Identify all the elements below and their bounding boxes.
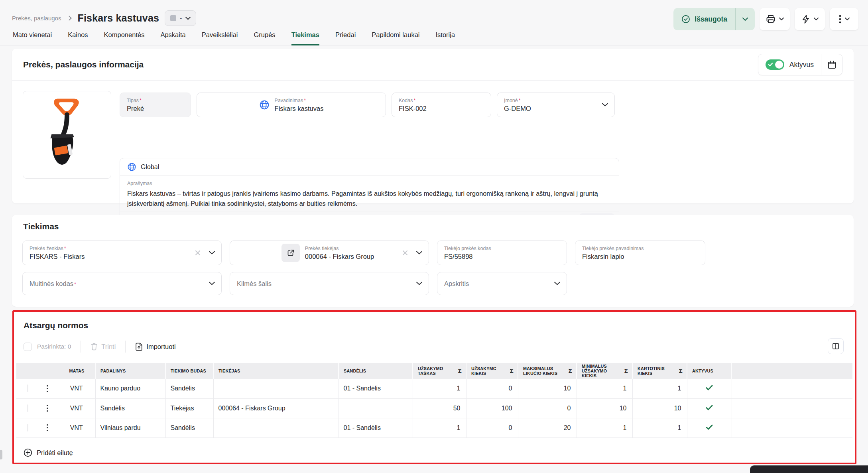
breadcrumb-parent-link[interactable]: Prekės, paslaugos <box>12 15 61 22</box>
cell-taskas[interactable]: 1 <box>413 418 466 438</box>
automation-button[interactable] <box>795 8 825 30</box>
cell-min[interactable]: 1 <box>577 379 632 398</box>
tab-komponentes[interactable]: Komponentės <box>104 31 145 45</box>
cell-matas[interactable]: VNT <box>58 398 95 418</box>
clear-brand-icon[interactable] <box>195 250 201 256</box>
cell-maks[interactable]: 20 <box>518 418 577 438</box>
cell-min[interactable]: 1 <box>577 418 632 438</box>
table-row: VNT Sandėlis Tiekėjas 000064 - Fiskars G… <box>16 398 852 418</box>
chevron-down-icon <box>209 251 215 255</box>
tab-papildomi-laukai[interactable]: Papildomi laukai <box>372 31 419 45</box>
row-menu-icon[interactable] <box>44 385 51 392</box>
row-menu-icon[interactable] <box>44 405 51 412</box>
cell-tiekejas[interactable]: 000064 - Fiskars Group <box>213 398 339 418</box>
cell-budas[interactable]: Sandėlis <box>165 379 213 398</box>
print-button[interactable] <box>760 8 790 30</box>
tab-priedai[interactable]: Priedai <box>335 31 356 45</box>
active-toggle[interactable]: Aktyvus <box>758 54 821 75</box>
cell-sandelis[interactable] <box>339 398 413 418</box>
row-checkbox[interactable] <box>28 404 28 412</box>
cell-matas[interactable]: VNT <box>58 379 95 398</box>
tab-istorija[interactable]: Istorija <box>435 31 455 45</box>
brand-label: Prekės ženklas <box>30 246 63 251</box>
supplier-value: 000064 - Fiskars Group <box>305 253 374 260</box>
stock-toolbar: Pasirinkta: 0 Trinti Importuoti <box>24 338 845 355</box>
cell-filler <box>732 398 852 418</box>
aprasymas-text: Fiskars kastuvas – tvirtas ir patogus įr… <box>127 189 612 209</box>
more-actions-button[interactable] <box>830 8 858 30</box>
district-select[interactable]: Apskritis <box>437 272 567 295</box>
cell-sandelis[interactable]: 01 - Sandėlis <box>339 418 413 438</box>
column-settings-button[interactable] <box>828 338 844 354</box>
row-checkbox[interactable] <box>28 424 28 432</box>
tab-paveiksleliai[interactable]: Paveikslėliai <box>202 31 238 45</box>
cell-padalinys[interactable]: Sandėlis <box>95 398 165 418</box>
cell-kartotinis[interactable]: 1 <box>632 379 687 398</box>
cell-min[interactable]: 10 <box>577 398 632 418</box>
tab-tiekimas[interactable]: Tiekimas <box>291 31 319 45</box>
kebab-menu-icon <box>839 14 841 24</box>
cell-kartotinis[interactable]: 1 <box>632 418 687 438</box>
header-uzsakymo-kiekis: UŽSAKYMC KIEKISΣ <box>466 363 518 379</box>
supplier-name-field[interactable]: Tiekėjo prekės pavadinimas Fiskarsin lap… <box>575 240 705 265</box>
calendar-icon <box>827 60 837 69</box>
cell-maks[interactable]: 0 <box>518 398 577 418</box>
cell-kiekis[interactable]: 0 <box>466 418 518 438</box>
cell-budas[interactable]: Tiekėjas <box>165 398 213 418</box>
select-all-checkbox[interactable] <box>24 343 32 351</box>
cell-aktyvus[interactable] <box>687 398 732 418</box>
saved-dropdown-toggle[interactable] <box>736 8 755 30</box>
sigma-icon: Σ <box>569 369 572 373</box>
cell-sandelis[interactable]: 01 - Sandėlis <box>339 379 413 398</box>
imone-select[interactable]: Įmonė* G-DEMO <box>497 93 615 117</box>
aprasymas-label: Aprašymas <box>127 181 152 186</box>
cell-taskas[interactable]: 50 <box>413 398 466 418</box>
cell-matas[interactable]: VNT <box>58 418 95 438</box>
cell-kiekis[interactable]: 100 <box>466 398 518 418</box>
cell-budas[interactable]: Sandėlis <box>165 418 213 438</box>
cell-aktyvus[interactable] <box>687 418 732 438</box>
tab-kainos[interactable]: Kainos <box>68 31 88 45</box>
brand-select[interactable]: Prekės ženklas* FISKARS - Fiskars <box>22 240 222 265</box>
active-toggle-label: Aktyvus <box>789 61 814 69</box>
row-menu-icon[interactable] <box>44 424 51 432</box>
import-button[interactable]: Importuoti <box>135 343 175 351</box>
cell-tiekejas[interactable] <box>213 418 339 438</box>
row-checkbox[interactable] <box>28 384 28 392</box>
supplier-select[interactable]: Prekės tiekėjas 000064 - Fiskars Group <box>230 240 429 265</box>
color-variant-dropdown[interactable]: - <box>165 10 196 26</box>
tab-apskaita[interactable]: Apskaita <box>160 31 185 45</box>
cell-padalinys[interactable]: Vilniaus pardu <box>95 418 165 438</box>
chevron-down-icon <box>416 251 422 255</box>
tab-grupes[interactable]: Grupės <box>254 31 276 45</box>
table-row: VNT Vilniaus pardu Sandėlis 01 - Sandėli… <box>16 418 852 438</box>
delete-button[interactable]: Trinti <box>91 343 116 351</box>
description-textarea[interactable]: Aprašymas Fiskars kastuvas – tvirtas ir … <box>120 176 619 211</box>
cell-taskas[interactable]: 1 <box>413 379 466 398</box>
required-mark: * <box>519 98 521 103</box>
schedule-calendar-button[interactable] <box>821 54 842 75</box>
cell-kartotinis[interactable]: 10 <box>632 398 687 418</box>
page-title: Fiskars kastuvas <box>77 12 159 24</box>
tab-mato-vienetai[interactable]: Mato vienetai <box>13 31 52 45</box>
tipas-field[interactable]: Tipas* Prekė <box>120 93 191 117</box>
kodas-field[interactable]: Kodas* FISK-002 <box>392 93 491 117</box>
cell-padalinys[interactable]: Kauno parduo <box>95 379 165 398</box>
cell-tiekejas[interactable] <box>213 379 339 398</box>
cell-aktyvus[interactable] <box>687 379 732 398</box>
origin-country-select[interactable]: Kilmės šalis <box>230 272 429 295</box>
pavadinimas-field[interactable]: Pavadinimas* Fiskars kastuvas <box>197 93 386 117</box>
open-supplier-button[interactable] <box>281 244 300 262</box>
add-row-button[interactable]: Pridėti eilutę <box>24 448 73 457</box>
header-checkbox-spacer <box>16 363 39 379</box>
supplier-code-field[interactable]: Tiekėjo prekės kodas FS/55898 <box>437 240 567 265</box>
table-header-row: MATAS PADALINYS TIEKIMO BŪDAS TIEKĖJAS S… <box>16 363 852 379</box>
customs-code-select[interactable]: Muitinės kodas* <box>22 272 222 295</box>
cell-maks[interactable]: 10 <box>518 379 577 398</box>
kodas-label: Kodas <box>399 98 413 103</box>
product-supply-page: { "required_mark": "*", "breadcrumb": { … <box>0 0 868 473</box>
clear-supplier-icon[interactable] <box>402 250 408 256</box>
file-import-icon <box>135 343 143 351</box>
cell-kiekis[interactable]: 0 <box>466 379 518 398</box>
saved-status-button[interactable]: Išsaugota <box>673 8 755 30</box>
